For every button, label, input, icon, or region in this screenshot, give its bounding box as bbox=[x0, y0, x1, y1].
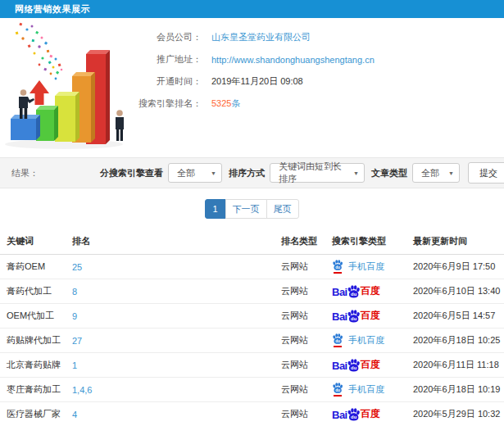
table-row: 药贴牌代加工 27 云网站 du 手机百度 bbox=[0, 329, 504, 353]
engine-cell: Bai du 百度 bbox=[332, 279, 413, 304]
engine-cell: Bai du 百度 bbox=[332, 304, 413, 329]
article-type-label: 文章类型 bbox=[371, 167, 407, 179]
article-type-select[interactable]: 全部 ▼ bbox=[412, 163, 460, 183]
updated-cell: 2020年6月5日 14:57 bbox=[413, 304, 504, 329]
updated-cell: 2020年6月18日 10:25 bbox=[413, 329, 504, 353]
baidu-paw-icon: du bbox=[332, 383, 343, 397]
keyword-cell: 医疗器械厂家 bbox=[0, 402, 72, 426]
results-table: 关键词 排名 排名类型 搜索引擎类型 最新更新时间 膏药OEM 25 云网站 bbox=[0, 229, 504, 426]
pagination: 1 下一页 尾页 bbox=[0, 199, 504, 219]
promo-url-link[interactable]: http://www.shandonghuangshengtang.cn bbox=[211, 55, 375, 65]
svg-text:du: du bbox=[335, 265, 340, 270]
filter-bar: 结果： 分搜索引擎查看 全部 ▼ 排序方式 关键词由短到长排序 ▼ 文章类型 全… bbox=[0, 157, 504, 188]
red-underline bbox=[334, 395, 342, 397]
table-body: 膏药OEM 25 云网站 du 手机百度 bbox=[0, 255, 504, 426]
baidu-bai-text: Bai bbox=[332, 310, 347, 323]
baidu-paw-icon: du bbox=[347, 359, 361, 373]
info-rows: 会员公司： 山东皇圣堂药业有限公司 推广地址： http://www.shand… bbox=[138, 26, 375, 115]
svg-text:du: du bbox=[335, 339, 340, 343]
updated-cell: 2020年6月18日 10:19 bbox=[413, 378, 504, 402]
rank-link[interactable]: 27 bbox=[72, 329, 281, 353]
table-row: 膏药代加工 8 云网站 Bai du 百度 2020年6月10日 13:40 bbox=[0, 279, 504, 304]
sort-select-value: 关键词由短到长排序 bbox=[279, 161, 347, 185]
page-current[interactable]: 1 bbox=[205, 199, 226, 219]
baidu-cn-text: 百度 bbox=[361, 407, 380, 421]
company-row: 会员公司： 山东皇圣堂药业有限公司 bbox=[138, 26, 375, 48]
submit-button[interactable]: 提交 bbox=[468, 162, 504, 184]
svg-text:du: du bbox=[335, 388, 340, 392]
page-title: 网络营销效果展示 bbox=[15, 4, 90, 14]
rank-type-cell: 云网站 bbox=[281, 402, 332, 426]
col-rank-type: 排名类型 bbox=[281, 229, 332, 255]
open-time-row: 开通时间： 2019年11月20日 09:08 bbox=[138, 70, 375, 93]
rank-unit: 条 bbox=[231, 98, 240, 108]
promo-url-label: 推广地址： bbox=[138, 53, 202, 66]
baidu-pc-logo: Bai du 百度 bbox=[332, 358, 380, 372]
baidu-cn-text: 百度 bbox=[361, 358, 380, 372]
red-underline bbox=[334, 272, 342, 274]
engine-cell: du 手机百度 bbox=[332, 255, 413, 279]
baidu-bai-text: Bai bbox=[332, 360, 347, 372]
baidu-paw-icon: du bbox=[347, 310, 361, 324]
company-label: 会员公司： bbox=[138, 31, 202, 43]
promo-url-row: 推广地址： http://www.shandonghuangshengtang.… bbox=[138, 48, 375, 70]
table-header-row: 关键词 排名 排名类型 搜索引擎类型 最新更新时间 bbox=[0, 229, 504, 255]
engine-select[interactable]: 全部 ▼ bbox=[168, 163, 222, 183]
updated-cell: 2020年6月10日 13:40 bbox=[413, 279, 504, 304]
rank-link[interactable]: 4 bbox=[72, 402, 281, 426]
col-updated: 最新更新时间 bbox=[413, 229, 504, 255]
keyword-cell: 北京膏药贴牌 bbox=[0, 353, 72, 378]
updated-cell: 2020年6月9日 17:50 bbox=[413, 255, 504, 279]
engine-rank-label: 搜索引擎排名： bbox=[138, 97, 202, 110]
rank-link[interactable]: 9 bbox=[72, 304, 281, 329]
info-section: 会员公司： 山东皇圣堂药业有限公司 推广地址： http://www.shand… bbox=[0, 18, 504, 154]
company-link[interactable]: 山东皇圣堂药业有限公司 bbox=[211, 31, 311, 43]
chevron-down-icon: ▼ bbox=[204, 170, 216, 176]
sort-filter-label: 排序方式 bbox=[229, 167, 265, 179]
open-time-value: 2019年11月20日 09:08 bbox=[211, 75, 303, 88]
updated-cell: 2020年6月11日 11:18 bbox=[413, 353, 504, 378]
rank-type-cell: 云网站 bbox=[281, 255, 332, 279]
sort-select[interactable]: 关键词由短到长排序 ▼ bbox=[270, 163, 365, 183]
rank-type-cell: 云网站 bbox=[281, 353, 332, 378]
keyword-cell: OEM代加工 bbox=[0, 304, 72, 329]
svg-text:du: du bbox=[351, 292, 357, 297]
engine-filter-label: 分搜索引擎查看 bbox=[100, 167, 163, 179]
mobile-baidu-label: 手机百度 bbox=[348, 261, 384, 273]
page-next[interactable]: 下一页 bbox=[225, 199, 267, 219]
baidu-cn-text: 百度 bbox=[361, 309, 380, 323]
baidu-bai-text: Bai bbox=[332, 409, 347, 421]
col-rank: 排名 bbox=[72, 229, 281, 255]
updated-cell: 2020年5月29日 10:32 bbox=[413, 402, 504, 426]
engine-cell: du 手机百度 bbox=[332, 378, 413, 402]
baidu-paw-icon: du bbox=[332, 333, 343, 347]
chevron-down-icon: ▼ bbox=[442, 170, 454, 176]
rank-link[interactable]: 25 bbox=[72, 255, 281, 279]
baidu-pc-logo: Bai du 百度 bbox=[332, 407, 380, 421]
mobile-baidu-label: 手机百度 bbox=[348, 383, 384, 396]
keyword-cell: 药贴牌代加工 bbox=[0, 329, 72, 353]
svg-text:du: du bbox=[351, 415, 357, 419]
rank-link[interactable]: 1 bbox=[72, 353, 281, 378]
page-last[interactable]: 尾页 bbox=[266, 199, 299, 219]
article-type-value: 全部 bbox=[421, 167, 439, 179]
red-underline bbox=[334, 346, 342, 347]
baidu-paw-icon: du bbox=[347, 408, 361, 422]
baidu-paw-icon: du bbox=[332, 260, 343, 274]
chevron-down-icon: ▼ bbox=[347, 170, 359, 176]
rank-type-cell: 云网站 bbox=[281, 304, 332, 329]
rank-count: 5325 bbox=[211, 98, 231, 108]
table-row: 膏药OEM 25 云网站 du 手机百度 bbox=[0, 255, 504, 279]
baidu-mobile-logo: du 手机百度 bbox=[332, 383, 384, 397]
businessman-right bbox=[116, 110, 124, 141]
table-row: 枣庄膏药加工 1,4,6 云网站 du 手机百度 bbox=[0, 378, 504, 402]
open-time-label: 开通时间： bbox=[138, 75, 202, 88]
engine-rank-row: 搜索引擎排名： 5325条 bbox=[138, 93, 375, 115]
rank-link[interactable]: 1,4,6 bbox=[72, 378, 281, 402]
baidu-cn-text: 百度 bbox=[361, 284, 380, 298]
rank-link[interactable]: 8 bbox=[72, 279, 281, 304]
engine-cell: Bai du 百度 bbox=[332, 353, 413, 378]
baidu-pc-logo: Bai du 百度 bbox=[332, 284, 380, 298]
svg-text:du: du bbox=[351, 365, 357, 370]
mobile-baidu-label: 手机百度 bbox=[348, 334, 384, 347]
